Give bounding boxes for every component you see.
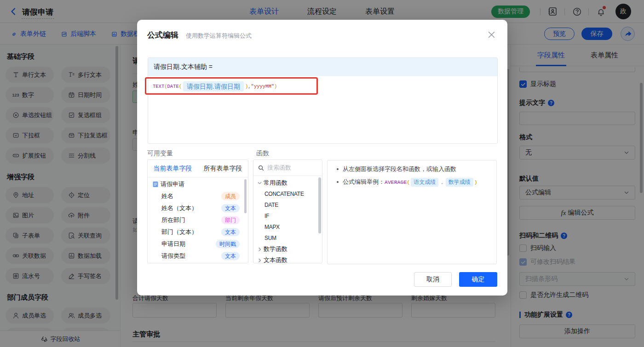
- search-placeholder: 搜索函数: [267, 164, 291, 172]
- chevron-down-icon: [256, 180, 263, 186]
- function-item[interactable]: SUM: [253, 233, 322, 244]
- variables-pane-label: 可用变量: [147, 149, 173, 158]
- function-group[interactable]: 文本函数: [253, 255, 322, 263]
- formula-token: "yyyyMM": [251, 83, 274, 91]
- example-field-tag: 数学成绩: [446, 178, 473, 187]
- variable-row[interactable]: 姓名（文本）文本: [148, 202, 248, 214]
- modal-subtitle: 使用数学运算符编辑公式: [186, 32, 252, 40]
- modal-footer: 取消 确定: [414, 272, 497, 287]
- variable-row[interactable]: 所在部门部门: [148, 214, 248, 226]
- bullet-dot: [337, 181, 339, 183]
- form-doc-icon: [152, 181, 159, 188]
- cancel-button[interactable]: 取消: [414, 272, 452, 287]
- formula-editor[interactable]: TEXT(DATE(请假日期.请假日期),"yyyyMM"): [148, 76, 497, 97]
- formula-token: DATE: [167, 83, 179, 91]
- variable-label: 申请日期: [161, 240, 185, 248]
- example-token: (: [407, 179, 410, 185]
- variables-tabs: 当前表单字段所有表单字段: [148, 160, 248, 177]
- example-token: ): [474, 179, 477, 185]
- formula-help-pane: 从左侧面板选择字段名和函数，或输入函数 公式编辑举例：AVERAGE(语文成绩，…: [327, 160, 497, 264]
- formula-edit-modal: 公式编辑 使用数学运算符编辑公式 请假日期.文本辅助 = TEXT(DATE(请…: [137, 20, 507, 296]
- variable-label: 所在部门: [161, 216, 185, 224]
- function-item[interactable]: DATE: [253, 199, 322, 210]
- variable-label: 姓名: [161, 192, 173, 200]
- variables-scrollbar[interactable]: [244, 179, 247, 213]
- variable-type-tag: 成员: [221, 192, 240, 200]
- variables-root-label: 请假申请: [161, 180, 184, 188]
- variable-row[interactable]: 姓名成员: [148, 190, 248, 202]
- variable-type-tag: 部门: [221, 216, 240, 224]
- variable-label: 请假类型: [161, 252, 185, 260]
- formula-token: ): [274, 83, 277, 91]
- functions-pane-label: 函数: [256, 149, 269, 158]
- variables-tab[interactable]: 当前表单字段: [148, 160, 198, 177]
- chevron-right-icon: [256, 257, 263, 263]
- formula-field-tag[interactable]: 请假日期.请假日期: [183, 81, 244, 91]
- chevron-right-icon: [256, 246, 263, 252]
- help-row: 公式编辑举例：AVERAGE(语文成绩，数学成绩): [334, 176, 490, 188]
- variable-label: 姓名（文本）: [161, 204, 197, 212]
- variable-type-tag: 文本: [221, 252, 240, 260]
- variable-type-tag: 时间戳: [216, 240, 240, 248]
- variable-type-tag: 文本: [221, 204, 240, 212]
- function-item[interactable]: IF: [253, 210, 322, 222]
- function-item[interactable]: CONCATENATE: [253, 188, 322, 199]
- variables-tab[interactable]: 所有表单字段: [198, 160, 248, 177]
- ok-button[interactable]: 确定: [459, 272, 497, 287]
- help-text: 从左侧面板选择字段名和函数，或输入函数: [343, 165, 456, 173]
- functions-scrollbar[interactable]: [318, 177, 321, 233]
- function-search-input[interactable]: 搜索函数: [253, 160, 322, 176]
- function-item[interactable]: MAPX: [253, 222, 322, 233]
- example-token: AVERAGE: [385, 179, 407, 185]
- function-group-label: 文本函数: [264, 256, 288, 263]
- variables-root-row[interactable]: 请假申请: [148, 178, 248, 190]
- variables-tree: 请假申请姓名成员姓名（文本）文本所在部门部门部门（文本）文本申请日期时间戳请假类…: [148, 177, 248, 262]
- functions-list: 常用函数CONCATENATEDATEIFMAPXSUM数学函数文本函数: [253, 176, 322, 263]
- variables-pane: 当前表单字段所有表单字段 请假申请姓名成员姓名（文本）文本所在部门部门部门（文本…: [147, 159, 248, 263]
- close-icon[interactable]: [488, 31, 495, 39]
- example-field-tag: 语文成绩: [411, 178, 438, 187]
- variable-row[interactable]: 申请日期时间戳: [148, 238, 248, 250]
- variable-row[interactable]: 部门（文本）文本: [148, 226, 248, 238]
- functions-pane: 搜索函数 常用函数CONCATENATEDATEIFMAPXSUM数学函数文本函…: [253, 159, 322, 263]
- function-group[interactable]: 常用函数: [253, 177, 322, 188]
- variable-row[interactable]: 请假类型文本: [148, 250, 248, 262]
- variable-type-tag: 文本: [221, 228, 240, 236]
- variable-label: 部门（文本）: [161, 228, 197, 236]
- bullet-dot: [337, 168, 339, 170]
- example-token: ，: [439, 179, 445, 186]
- formula-token: TEXT: [153, 83, 164, 91]
- formula-target: 请假日期.文本辅助 =: [148, 58, 497, 76]
- help-row: 从左侧面板选择字段名和函数，或输入函数: [334, 163, 490, 176]
- modal-title: 公式编辑: [147, 30, 178, 40]
- function-group-label: 数学函数: [264, 245, 288, 253]
- formula-block: 请假日期.文本辅助 = TEXT(DATE(请假日期.请假日期),"yyyyMM…: [148, 57, 498, 144]
- formula-token: (: [179, 83, 182, 91]
- help-text: 公式编辑举例：: [343, 178, 385, 186]
- function-group-label: 常用函数: [264, 179, 288, 187]
- modal-header: 公式编辑 使用数学运算符编辑公式: [147, 30, 252, 40]
- function-group[interactable]: 数学函数: [253, 244, 322, 255]
